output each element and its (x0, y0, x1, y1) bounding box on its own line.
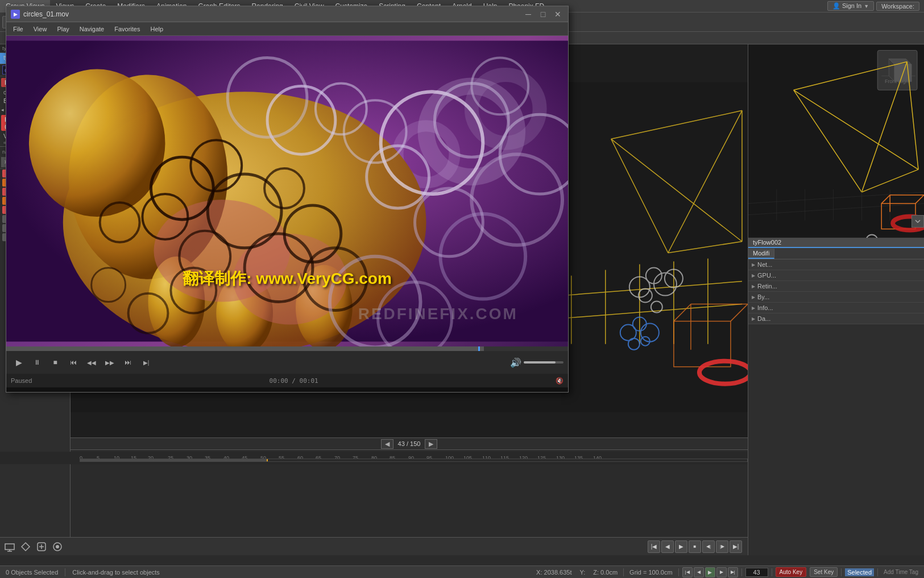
tl-prev-key[interactable]: |◀ (648, 540, 660, 553)
stop-btn[interactable]: ■ (47, 354, 63, 370)
next-frame-btn[interactable]: ⏭ (120, 354, 136, 370)
video-menu-navigate[interactable]: Navigate (75, 22, 109, 35)
status-sep-2 (678, 568, 679, 576)
sign-in-btn[interactable]: 👤 Sign In ▼ (827, 1, 874, 11)
modifier-tab-row: Modifi (748, 248, 924, 259)
x-coord: X: 2038.635t (534, 569, 574, 576)
bottom-icon-2[interactable] (34, 539, 49, 554)
props-section-da: ▶ Da... (748, 313, 924, 324)
props-header-by[interactable]: ▶ By... (748, 292, 924, 302)
video-maximize-btn[interactable]: □ (537, 9, 549, 20)
pause-btn[interactable]: ⏸ (29, 354, 45, 370)
tl-play[interactable]: ▶ (675, 540, 687, 553)
set-key-btn[interactable]: Set Key (810, 567, 838, 577)
props-header-net[interactable]: ▶ Net... (748, 259, 924, 270)
video-menu-favorites[interactable]: Favorites (110, 22, 144, 35)
video-progress-fill (6, 346, 484, 351)
timeline-bar[interactable] (80, 459, 748, 462)
video-statusbar: Paused 00:00 / 00:01 🔇 (6, 374, 568, 387)
right-statusbar: X: 2038.635t Y: Z: 0.0cm Grid = 100.0cm … (534, 567, 921, 577)
props-header-info[interactable]: ▶ Info... (748, 303, 924, 313)
expand-btn[interactable] (911, 215, 924, 228)
tl-step-fwd[interactable]: |▶ (716, 540, 728, 553)
props-section-by: ▶ By... (748, 292, 924, 303)
svg-point-85 (29, 69, 165, 216)
video-menu-play[interactable]: Play (52, 22, 73, 35)
svg-point-167 (56, 545, 59, 548)
timeline-cursor (267, 459, 268, 461)
hint-text: Click-and-drag to select objects (70, 569, 161, 576)
status-playback: |◀ ◀ ▶ ▶ ▶| (682, 567, 738, 577)
video-close-btn[interactable]: ✕ (552, 9, 563, 20)
timeline-playback-group: |◀ ◀ ▶ ■ ◀| |▶ ▶| (648, 540, 745, 553)
right-panel: Top Front Right (748, 44, 924, 555)
volume-slider[interactable] (524, 361, 563, 364)
status-sep-6 (877, 568, 878, 576)
bottom-icon-3[interactable] (50, 539, 65, 554)
video-menu-view[interactable]: View (29, 22, 52, 35)
status-sep-1 (623, 568, 624, 576)
props-header-gpu[interactable]: ▶ GPU... (748, 270, 924, 280)
step-one-btn[interactable]: ▶| (138, 354, 154, 370)
frame-next-btn[interactable]: ▶ (425, 439, 437, 449)
video-frame: REDFINEFIX.COM 翻译制作: www.VeryCG.com (6, 36, 568, 346)
tl-step-back[interactable]: ◀| (702, 540, 715, 553)
status-prev-btn[interactable]: |◀ (682, 567, 693, 577)
right-properties-panel: tyFlow002 Modifi ▶ Net... ▶ GPU... ▶ Ret… (748, 238, 924, 555)
status-step-fwd[interactable]: ▶ (716, 567, 727, 577)
video-minimize-btn[interactable]: ─ (523, 9, 534, 20)
tl-next-key[interactable]: ▶| (730, 540, 742, 553)
step-back-btn[interactable]: ◀◀ (84, 354, 100, 370)
status-next-btn[interactable]: ▶| (728, 567, 738, 577)
video-menu-help[interactable]: Help (146, 22, 168, 35)
prev-frame-btn[interactable]: ⏮ (65, 354, 81, 370)
status-sep-3 (741, 568, 742, 576)
svg-rect-159 (5, 544, 14, 550)
video-title: circles_01.mov (23, 10, 519, 18)
frame-input-group (745, 568, 768, 577)
mute-btn[interactable]: 🔇 (556, 377, 563, 385)
video-progress-cursor (478, 346, 480, 351)
props-header-retin[interactable]: ▶ Retin... (748, 281, 924, 291)
sign-in-label: 👤 Sign In (832, 2, 861, 10)
objects-selected-status: 0 Objects Selected (3, 569, 60, 576)
video-controls: ▶ ⏸ ■ ⏮ ◀◀ ▶▶ ⏭ ▶| 🔊 (6, 351, 568, 374)
status-sep-4 (772, 568, 772, 576)
frame-counter: 43 / 150 (393, 440, 425, 447)
video-scene-svg: REDFINEFIX.COM (6, 36, 568, 346)
video-menubar: File View Play Navigate Favorites Help (6, 22, 568, 36)
grid-size: Grid = 100.0cm (627, 569, 675, 576)
bottom-icon-0[interactable] (2, 539, 17, 554)
volume-icon: 🔊 (510, 357, 521, 368)
props-section-info: ▶ Info... (748, 303, 924, 313)
video-progress-bar[interactable] (6, 346, 568, 351)
bottom-icon-1[interactable] (18, 539, 33, 554)
volume-fill (524, 361, 556, 364)
video-content: REDFINEFIX.COM 翻译制作: www.VeryCG.com (6, 36, 568, 346)
svg-marker-162 (22, 543, 30, 551)
video-file-icon: ▶ (11, 10, 20, 19)
tl-play-back[interactable]: ◀ (661, 540, 674, 553)
video-window: ▶ circles_01.mov ─ □ ✕ File View Play Na… (6, 6, 569, 393)
video-menu-file[interactable]: File (9, 22, 28, 35)
status-sep-0 (65, 568, 65, 576)
auto-key-btn[interactable]: Auto Key (776, 567, 807, 577)
frame-prev-btn[interactable]: ◀ (381, 439, 393, 449)
paused-status: Paused (11, 377, 32, 384)
current-frame-input[interactable] (745, 568, 768, 577)
play-btn[interactable]: ▶ (11, 354, 27, 370)
tl-stop[interactable]: ■ (689, 540, 701, 553)
workspace-btn[interactable]: Workspace: (876, 2, 919, 11)
status-sep-5 (841, 568, 842, 576)
right-3d-viewport: Top Front Right (748, 44, 924, 238)
add-time-tag-btn[interactable]: Add Time Tag (881, 569, 921, 575)
bottom-icons-toolbar: |◀ ◀ ▶ ■ ◀| |▶ ▶| (0, 537, 748, 555)
status-play-btn[interactable]: ▶ (705, 567, 715, 577)
y-coord: Y: (577, 569, 587, 576)
step-fwd-btn[interactable]: ▶▶ (102, 354, 118, 370)
modifier-tab[interactable]: Modifi (748, 249, 774, 259)
status-step-back[interactable]: ◀ (694, 567, 704, 577)
props-header-da[interactable]: ▶ Da... (748, 313, 924, 324)
frame-count-nav: ◀ 43 / 150 ▶ (71, 437, 748, 450)
timeline-numbers: 0 5 10 15 20 25 30 35 40 45 50 55 60 65 … (0, 452, 748, 464)
